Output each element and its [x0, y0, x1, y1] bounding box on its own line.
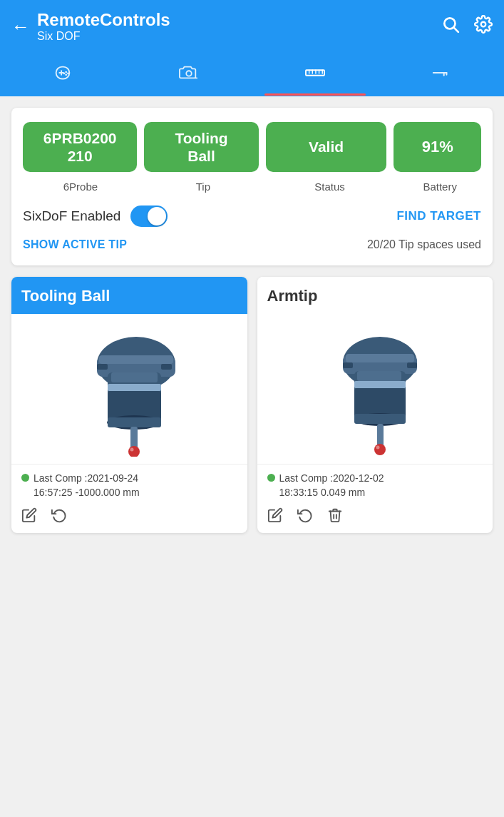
svg-rect-36 [346, 354, 414, 362]
svg-point-6 [66, 71, 68, 73]
svg-rect-25 [108, 384, 161, 391]
tip-spaces-info: 20/20 Tip spaces used [367, 238, 481, 251]
show-active-tip-button[interactable]: SHOW ACTIVE TIP [23, 238, 127, 251]
status-card: 6PRB0200210 ToolingBall Valid 91% 6Probe… [11, 108, 493, 265]
svg-rect-24 [111, 372, 158, 382]
svg-point-7 [67, 73, 69, 75]
tooling-ball-comp-text: Last Comp :2021-09-2416:57:25 -1000.000 … [34, 472, 140, 499]
armtip-comp-text: Last Comp :2020-12-0218:33:15 0.049 mm [279, 472, 384, 499]
key-icon [431, 64, 452, 87]
status-badge: Valid [266, 122, 387, 172]
svg-point-31 [130, 448, 134, 452]
status-badges: 6PRB0200210 ToolingBall Valid 91% [23, 122, 481, 172]
tooling-ball-image [11, 314, 247, 464]
svg-rect-46 [343, 362, 353, 368]
find-target-button[interactable]: FIND TARGET [396, 209, 481, 223]
tooling-ball-card: Tooling Ball [11, 277, 247, 532]
svg-rect-32 [97, 364, 108, 370]
tooling-ball-status-dot [21, 474, 29, 482]
main-content: 6PRB0200210 ToolingBall Valid 91% 6Probe… [0, 96, 504, 544]
svg-point-30 [128, 446, 140, 457]
sixdof-left: SixDoF Enabled [23, 205, 168, 227]
tab-key[interactable] [378, 56, 504, 96]
edit-armtip-button[interactable] [267, 507, 283, 527]
svg-point-9 [66, 73, 68, 76]
settings-icon[interactable] [474, 15, 493, 39]
tab-gamepad[interactable] [0, 56, 126, 96]
tooling-ball-title: Tooling Ball [21, 287, 110, 305]
search-icon[interactable] [441, 15, 460, 39]
camera-icon [178, 64, 200, 87]
armtip-image [257, 314, 493, 464]
armtip-svg [322, 321, 428, 457]
svg-rect-22 [99, 355, 173, 364]
armtip-status-dot [267, 474, 275, 482]
ruler-icon [304, 64, 326, 87]
tooling-ball-actions [21, 507, 237, 527]
svg-rect-11 [306, 70, 324, 75]
bottom-row: SHOW ACTIVE TIP 20/20 Tip spaces used [23, 238, 481, 251]
history-tooling-ball-button[interactable] [51, 507, 67, 527]
header-right [441, 15, 493, 39]
svg-rect-28 [108, 417, 161, 427]
header: RemoteControls Six DOF [0, 0, 504, 50]
svg-point-10 [186, 71, 191, 76]
svg-rect-42 [354, 414, 406, 424]
badge-labels: 6Probe Tip Status Battery [23, 181, 481, 193]
svg-rect-47 [407, 362, 417, 368]
svg-line-1 [454, 27, 458, 31]
armtip-footer: Last Comp :2020-12-0218:33:15 0.049 mm [257, 464, 493, 532]
tooling-ball-footer: Last Comp :2021-09-2416:57:25 -1000.000 … [11, 464, 247, 532]
svg-point-44 [374, 444, 386, 455]
battery-badge: 91% [394, 122, 481, 172]
tip-label: Tip [145, 181, 261, 193]
status-label: Status [268, 181, 391, 193]
svg-rect-33 [161, 364, 172, 370]
svg-rect-38 [357, 371, 401, 381]
armtip-last-comp: Last Comp :2020-12-0218:33:15 0.049 mm [267, 472, 483, 499]
tooling-ball-svg [72, 321, 186, 457]
tooling-ball-last-comp: Last Comp :2021-09-2416:57:25 -1000.000 … [21, 472, 237, 499]
probe-badge: 6PRB0200210 [23, 122, 137, 172]
app-title: RemoteControls [37, 10, 170, 30]
gamepad-icon [52, 63, 73, 88]
history-armtip-button[interactable] [297, 507, 313, 527]
header-title-group: RemoteControls Six DOF [37, 10, 170, 43]
app-subtitle: Six DOF [37, 30, 170, 43]
svg-point-2 [481, 21, 486, 26]
tip-badge: ToolingBall [144, 122, 258, 172]
tab-ruler[interactable] [252, 56, 379, 96]
armtip-actions [267, 507, 483, 527]
delete-armtip-button[interactable] [327, 507, 343, 527]
armtip-header: Armtip [257, 277, 493, 314]
toggle-thumb [148, 207, 166, 225]
tool-cards: Tooling Ball [11, 277, 493, 532]
sixdof-label: SixDoF Enabled [23, 208, 120, 224]
armtip-card: Armtip [257, 277, 493, 532]
header-left: RemoteControls Six DOF [11, 10, 170, 43]
svg-point-8 [63, 73, 66, 75]
armtip-title: Armtip [267, 287, 318, 305]
probe-label: 6Probe [23, 181, 138, 193]
back-button[interactable] [11, 16, 30, 38]
sixdof-row: SixDoF Enabled FIND TARGET [23, 205, 481, 227]
edit-tooling-ball-button[interactable] [21, 507, 37, 527]
tabbar [0, 50, 504, 96]
svg-point-45 [376, 446, 379, 450]
tab-camera[interactable] [126, 56, 252, 96]
sixdof-toggle[interactable] [130, 205, 168, 227]
battery-label: Battery [398, 181, 481, 193]
svg-rect-39 [354, 381, 406, 388]
tooling-ball-header: Tooling Ball [11, 277, 247, 314]
